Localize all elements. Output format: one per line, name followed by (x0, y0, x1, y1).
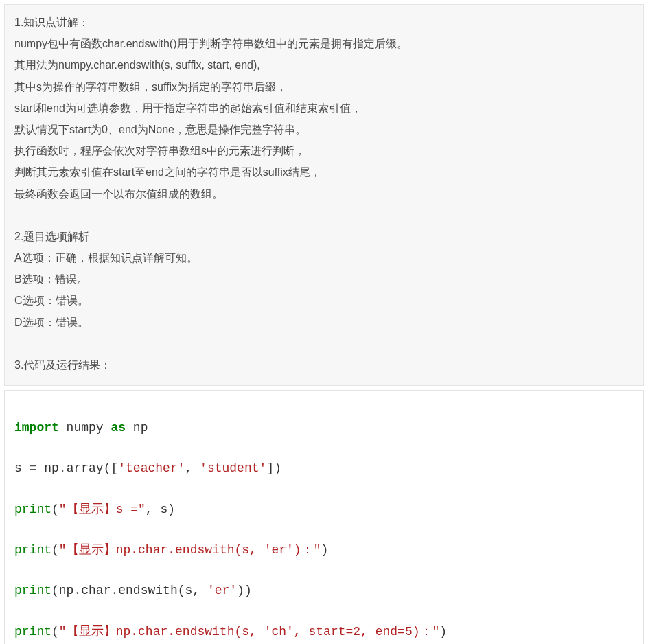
code-text: endswith(s, (118, 584, 207, 597)
builtin-print: print (14, 584, 51, 597)
explain-line: 其中s为操作的字符串数组，suffix为指定的字符串后缀， (14, 76, 634, 97)
builtin-print: print (14, 543, 51, 557)
explain-line: B选项：错误。 (14, 268, 634, 290)
blank-line (14, 333, 634, 354)
code-line: print("【显示】np.char.endswith(s, 'ch', sta… (14, 622, 634, 643)
explain-line: 1.知识点讲解： (14, 12, 634, 33)
code-line: s = np.array(['teacher', 'student']) (14, 459, 634, 479)
string-literal: "【显示】np.char.endswith(s, 'ch', start=2, … (59, 625, 439, 639)
string-literal: 'student' (200, 461, 266, 475)
code-text: char (81, 584, 111, 597)
code-line: print("【显示】np.char.endswith(s, 'er')：") (14, 540, 634, 561)
explain-line: 判断其元素索引值在start至end之间的字符串是否以suffix结尾， (14, 161, 634, 183)
explain-line: C选项：错误。 (14, 290, 634, 311)
builtin-print: print (14, 503, 51, 516)
code-block: import numpy as np s = np.array(['teache… (4, 390, 644, 644)
code-text: s (14, 461, 30, 475)
explain-line: 默认情况下start为0、end为None，意思是操作完整字符串。 (14, 119, 634, 140)
dot: . (111, 584, 118, 597)
code-line: print("【显示】s =", s) (14, 500, 634, 520)
explain-line: 最终函数会返回一个以布尔值组成的数组。 (14, 183, 634, 205)
code-text: (np (51, 584, 73, 597)
operator: = (30, 461, 37, 475)
explain-line: 3.代码及运行结果： (14, 354, 634, 376)
dot: . (73, 584, 81, 597)
code-text: )) (237, 584, 252, 597)
code-text: ) (439, 625, 447, 639)
code-text: ( (51, 503, 59, 516)
string-literal: 'er' (207, 584, 237, 597)
code-text: ]) (266, 461, 281, 475)
code-text: , (185, 461, 200, 475)
blank-line (14, 205, 634, 226)
string-literal: "【显示】s =" (59, 503, 146, 516)
keyword-as: as (111, 421, 126, 435)
code-text: np (126, 421, 148, 435)
explain-line: start和end为可选填参数，用于指定字符串的起始索引值和结束索引值， (14, 97, 634, 119)
code-text: ( (51, 543, 59, 557)
explanation-box: 1.知识点讲解： numpy包中有函数char.endswith()用于判断字符… (4, 4, 644, 386)
explain-line: A选项：正确，根据知识点详解可知。 (14, 247, 634, 268)
keyword-import: import (14, 421, 59, 435)
code-text: array([ (67, 461, 119, 475)
explain-line: 执行函数时，程序会依次对字符串数组s中的元素进行判断， (14, 140, 634, 161)
code-text: ( (51, 625, 59, 639)
code-text: , s) (146, 503, 175, 516)
code-line: import numpy as np (14, 418, 634, 439)
explain-line: numpy包中有函数char.endswith()用于判断字符串数组中的元素是拥… (14, 33, 634, 54)
code-text: numpy (59, 421, 111, 435)
code-line: print(np.char.endswith(s, 'er')) (14, 581, 634, 601)
code-text: ) (321, 543, 328, 557)
explain-line: 2.题目选项解析 (14, 226, 634, 247)
builtin-print: print (14, 625, 51, 639)
explain-line: 其用法为numpy.char.endswith(s, suffix, start… (14, 54, 634, 76)
dot: . (59, 461, 67, 475)
code-text: np (36, 461, 58, 475)
string-literal: 'teacher' (118, 461, 185, 475)
string-literal: "【显示】np.char.endswith(s, 'er')：" (59, 543, 321, 557)
explain-line: D选项：错误。 (14, 312, 634, 333)
